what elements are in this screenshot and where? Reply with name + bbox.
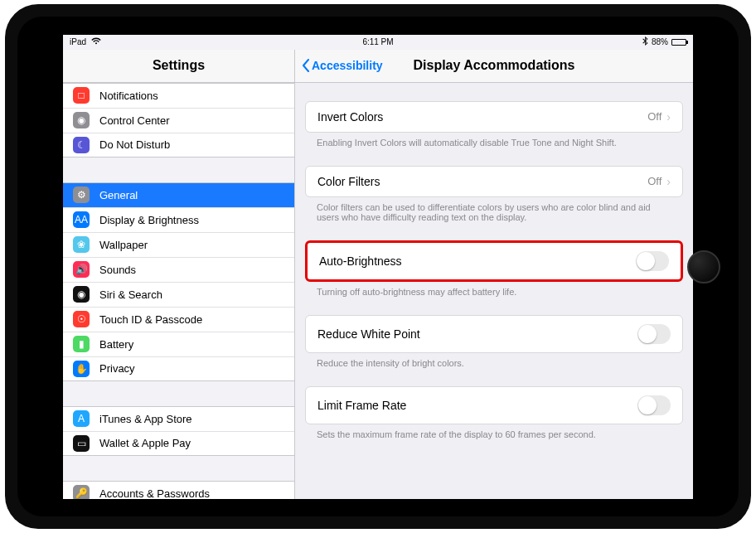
chevron-right-icon: ›	[666, 110, 671, 124]
cell-label: Color Filters	[317, 175, 380, 188]
sidebar-item-notifications[interactable]: □Notifications	[63, 83, 294, 108]
sidebar-item-sounds[interactable]: 🔊Sounds	[63, 257, 294, 282]
cell-value: Off›	[647, 110, 671, 124]
sidebar: Settings □Notifications◉Control Center☾D…	[63, 50, 295, 499]
itunes-appstore-icon: A	[73, 410, 90, 427]
sidebar-item-wallet-applepay[interactable]: ▭Wallet & Apple Pay	[63, 431, 294, 456]
sidebar-item-label: Sounds	[99, 264, 136, 276]
sidebar-scroll[interactable]: □Notifications◉Control Center☾Do Not Dis…	[63, 83, 294, 499]
sidebar-item-label: Touch ID & Passcode	[99, 313, 202, 326]
footnote-limit-frame-rate: Sets the maximum frame rate of the displ…	[305, 424, 683, 439]
wallpaper-icon: ❀	[73, 236, 90, 253]
battery-icon	[671, 39, 686, 46]
wifi-icon	[91, 37, 101, 46]
battery-icon: ▮	[73, 336, 90, 352]
cell-auto-brightness[interactable]: Auto-Brightness	[305, 240, 683, 282]
cell-label: Limit Frame Rate	[317, 399, 406, 412]
sidebar-item-label: General	[99, 189, 138, 201]
footnote-auto-brightness: Turning off auto-brightness may affect b…	[305, 282, 683, 297]
battery-percent: 88%	[652, 37, 668, 46]
carrier-label: iPad	[70, 37, 86, 46]
sidebar-item-label: Privacy	[99, 362, 135, 375]
switch-knob	[637, 252, 655, 270]
sidebar-item-display-brightness[interactable]: AADisplay & Brightness	[63, 207, 294, 232]
sidebar-item-control-center[interactable]: ◉Control Center	[63, 108, 294, 133]
status-left: iPad	[70, 37, 101, 46]
cell-reduce-white-point[interactable]: Reduce White Point	[305, 315, 683, 353]
sidebar-item-itunes-appstore[interactable]: AiTunes & App Store	[63, 406, 294, 431]
dnd-icon: ☾	[73, 137, 90, 153]
footnote-color-filters: Color filters can be used to differentia…	[305, 197, 683, 222]
sidebar-item-label: Siri & Search	[99, 288, 162, 301]
cell-limit-frame-rate[interactable]: Limit Frame Rate	[305, 386, 683, 424]
home-button[interactable]	[687, 250, 720, 283]
sidebar-item-label: Accounts & Passwords	[99, 487, 210, 499]
footnote-reduce-white-point: Reduce the intensity of bright colors.	[305, 353, 683, 368]
sidebar-item-label: Control Center	[99, 114, 170, 127]
switch-reduce-white-point[interactable]	[637, 324, 671, 344]
detail-title: Display Accommodations	[413, 58, 574, 73]
switch-knob	[638, 325, 657, 343]
notifications-icon: □	[73, 87, 90, 104]
back-button[interactable]: Accessibility	[302, 59, 383, 72]
wallet-applepay-icon: ▭	[73, 435, 90, 452]
sounds-icon: 🔊	[73, 261, 90, 278]
cell-value: Off›	[647, 175, 671, 188]
sidebar-item-wallpaper[interactable]: ❀Wallpaper	[63, 232, 294, 257]
siri-search-icon: ◉	[73, 286, 90, 303]
cell-color-filters[interactable]: Color FiltersOff›	[305, 166, 683, 197]
bezel: iPad 6:11 PM 88% Settings	[17, 17, 739, 516]
back-label: Accessibility	[312, 59, 383, 72]
bluetooth-icon	[642, 36, 648, 47]
status-time: 6:11 PM	[362, 37, 393, 46]
control-center-icon: ◉	[73, 112, 90, 128]
switch-limit-frame-rate[interactable]	[637, 395, 671, 415]
detail-pane: Accessibility Display Accommodations Inv…	[295, 50, 693, 499]
cell-invert-colors[interactable]: Invert ColorsOff›	[305, 101, 683, 133]
cell-label: Auto-Brightness	[319, 254, 402, 268]
sidebar-item-label: Wallpaper	[99, 239, 148, 251]
privacy-icon: ✋	[73, 361, 90, 377]
sidebar-item-label: Display & Brightness	[99, 214, 199, 226]
cell-label: Invert Colors	[317, 110, 383, 124]
sidebar-item-label: Battery	[99, 338, 133, 351]
detail-scroll[interactable]: Invert ColorsOff›Enabling Invert Colors …	[295, 83, 693, 499]
touchid-passcode-icon: ☉	[73, 311, 90, 327]
value-text: Off	[647, 110, 662, 123]
status-right: 88%	[642, 36, 686, 47]
sidebar-item-dnd[interactable]: ☾Do Not Disturb	[63, 133, 294, 157]
sidebar-item-privacy[interactable]: ✋Privacy	[63, 356, 294, 381]
sidebar-item-accounts-passwords[interactable]: 🔑Accounts & Passwords	[63, 481, 294, 499]
sidebar-header: Settings	[63, 50, 294, 83]
sidebar-item-touchid-passcode[interactable]: ☉Touch ID & Passcode	[63, 307, 294, 332]
sidebar-item-label: Notifications	[99, 90, 158, 102]
value-text: Off	[647, 175, 662, 187]
sidebar-item-siri-search[interactable]: ◉Siri & Search	[63, 282, 294, 307]
display-brightness-icon: AA	[73, 211, 90, 228]
screen: iPad 6:11 PM 88% Settings	[63, 35, 693, 499]
sidebar-title: Settings	[153, 58, 205, 73]
sidebar-item-label: iTunes & App Store	[99, 413, 192, 425]
footnote-invert-colors: Enabling Invert Colors will automaticall…	[305, 133, 683, 148]
cell-label: Reduce White Point	[317, 327, 420, 341]
sidebar-item-general[interactable]: ⚙General	[63, 182, 294, 207]
status-bar: iPad 6:11 PM 88%	[63, 35, 693, 50]
sidebar-item-label: Do Not Disturb	[99, 138, 170, 151]
switch-knob	[638, 396, 657, 414]
chevron-right-icon: ›	[666, 175, 671, 188]
switch-auto-brightness[interactable]	[636, 251, 669, 271]
accounts-passwords-icon: 🔑	[73, 485, 90, 499]
sidebar-item-label: Wallet & Apple Pay	[99, 437, 191, 449]
sidebar-item-battery[interactable]: ▮Battery	[63, 332, 294, 356]
ipad-device: iPad 6:11 PM 88% Settings	[5, 4, 751, 529]
general-icon: ⚙	[73, 187, 90, 203]
detail-header: Accessibility Display Accommodations	[295, 50, 693, 83]
